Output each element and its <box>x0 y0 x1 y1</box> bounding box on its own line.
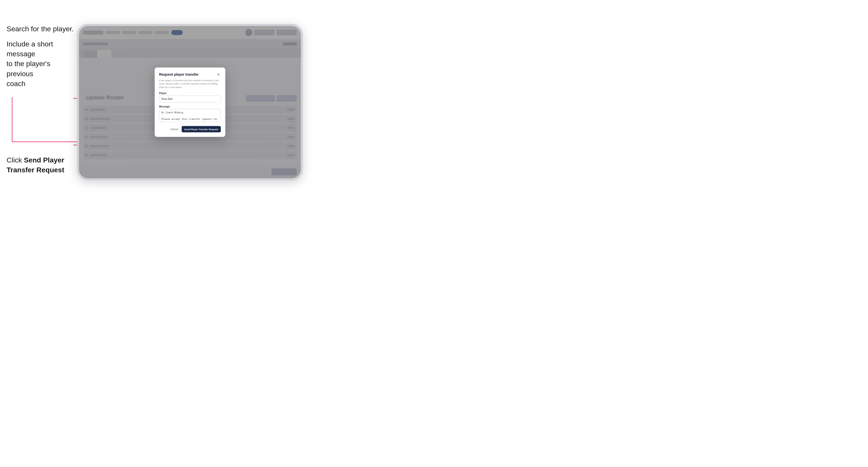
tablet-screen: Update Roster <box>79 26 301 178</box>
player-label: Player <box>159 92 221 94</box>
player-input[interactable] <box>159 95 221 102</box>
send-transfer-button[interactable]: Send Player Transfer Request <box>182 126 221 132</box>
tablet-device: Update Roster <box>77 24 303 180</box>
message-textarea[interactable]: Hi Coach McHarg, Please accept this tran… <box>159 109 221 122</box>
modal-header: Request player transfer ✕ <box>159 72 221 77</box>
modal-footer: Cancel Send Player Transfer Request <box>159 126 221 132</box>
annotation-message: Include a short messageto the player's p… <box>6 39 72 89</box>
modal-description: If the player is transferring from anoth… <box>159 79 221 89</box>
modal-close-button[interactable]: ✕ <box>216 72 221 77</box>
annotation-search: Search for the player. <box>6 24 74 34</box>
modal-title: Request player transfer <box>159 72 198 76</box>
message-label: Message <box>159 105 221 108</box>
cancel-button[interactable]: Cancel <box>169 127 180 131</box>
modal-dialog: Request player transfer ✕ If the player … <box>155 68 225 137</box>
annotation-click: Click Send Player Transfer Request <box>6 155 67 175</box>
